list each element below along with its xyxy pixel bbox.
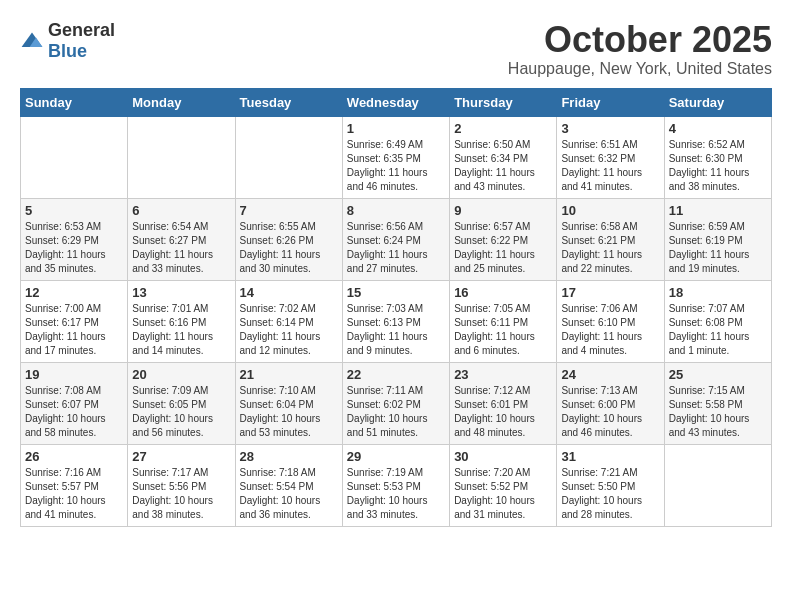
calendar-cell: 13Sunrise: 7:01 AM Sunset: 6:16 PM Dayli… — [128, 280, 235, 362]
day-info: Sunrise: 7:21 AM Sunset: 5:50 PM Dayligh… — [561, 466, 659, 522]
day-info: Sunrise: 6:57 AM Sunset: 6:22 PM Dayligh… — [454, 220, 552, 276]
day-number: 4 — [669, 121, 767, 136]
calendar-cell: 26Sunrise: 7:16 AM Sunset: 5:57 PM Dayli… — [21, 444, 128, 526]
day-number: 10 — [561, 203, 659, 218]
weekday-header-tuesday: Tuesday — [235, 88, 342, 116]
day-info: Sunrise: 6:51 AM Sunset: 6:32 PM Dayligh… — [561, 138, 659, 194]
calendar-cell: 7Sunrise: 6:55 AM Sunset: 6:26 PM Daylig… — [235, 198, 342, 280]
day-number: 28 — [240, 449, 338, 464]
calendar-cell: 23Sunrise: 7:12 AM Sunset: 6:01 PM Dayli… — [450, 362, 557, 444]
day-info: Sunrise: 7:13 AM Sunset: 6:00 PM Dayligh… — [561, 384, 659, 440]
day-info: Sunrise: 7:17 AM Sunset: 5:56 PM Dayligh… — [132, 466, 230, 522]
calendar-cell — [21, 116, 128, 198]
day-info: Sunrise: 7:15 AM Sunset: 5:58 PM Dayligh… — [669, 384, 767, 440]
day-info: Sunrise: 7:01 AM Sunset: 6:16 PM Dayligh… — [132, 302, 230, 358]
day-number: 30 — [454, 449, 552, 464]
calendar-cell: 27Sunrise: 7:17 AM Sunset: 5:56 PM Dayli… — [128, 444, 235, 526]
calendar-cell: 31Sunrise: 7:21 AM Sunset: 5:50 PM Dayli… — [557, 444, 664, 526]
day-info: Sunrise: 6:55 AM Sunset: 6:26 PM Dayligh… — [240, 220, 338, 276]
day-number: 7 — [240, 203, 338, 218]
calendar-cell: 15Sunrise: 7:03 AM Sunset: 6:13 PM Dayli… — [342, 280, 449, 362]
title-block: October 2025 Hauppauge, New York, United… — [508, 20, 772, 78]
day-number: 5 — [25, 203, 123, 218]
page-header: General Blue October 2025 Hauppauge, New… — [20, 20, 772, 78]
calendar-week-row: 1Sunrise: 6:49 AM Sunset: 6:35 PM Daylig… — [21, 116, 772, 198]
calendar-cell: 6Sunrise: 6:54 AM Sunset: 6:27 PM Daylig… — [128, 198, 235, 280]
calendar-cell: 10Sunrise: 6:58 AM Sunset: 6:21 PM Dayli… — [557, 198, 664, 280]
day-info: Sunrise: 6:54 AM Sunset: 6:27 PM Dayligh… — [132, 220, 230, 276]
calendar-week-row: 5Sunrise: 6:53 AM Sunset: 6:29 PM Daylig… — [21, 198, 772, 280]
day-info: Sunrise: 6:49 AM Sunset: 6:35 PM Dayligh… — [347, 138, 445, 194]
day-info: Sunrise: 6:59 AM Sunset: 6:19 PM Dayligh… — [669, 220, 767, 276]
day-number: 23 — [454, 367, 552, 382]
day-info: Sunrise: 7:08 AM Sunset: 6:07 PM Dayligh… — [25, 384, 123, 440]
logo-icon — [20, 31, 44, 51]
day-info: Sunrise: 7:09 AM Sunset: 6:05 PM Dayligh… — [132, 384, 230, 440]
day-info: Sunrise: 7:06 AM Sunset: 6:10 PM Dayligh… — [561, 302, 659, 358]
weekday-header-monday: Monday — [128, 88, 235, 116]
day-number: 19 — [25, 367, 123, 382]
calendar-cell: 25Sunrise: 7:15 AM Sunset: 5:58 PM Dayli… — [664, 362, 771, 444]
weekday-header-thursday: Thursday — [450, 88, 557, 116]
day-number: 3 — [561, 121, 659, 136]
calendar-week-row: 26Sunrise: 7:16 AM Sunset: 5:57 PM Dayli… — [21, 444, 772, 526]
calendar-cell: 2Sunrise: 6:50 AM Sunset: 6:34 PM Daylig… — [450, 116, 557, 198]
day-info: Sunrise: 6:52 AM Sunset: 6:30 PM Dayligh… — [669, 138, 767, 194]
calendar-cell — [235, 116, 342, 198]
calendar-cell — [128, 116, 235, 198]
day-number: 22 — [347, 367, 445, 382]
day-number: 1 — [347, 121, 445, 136]
day-number: 29 — [347, 449, 445, 464]
weekday-header-saturday: Saturday — [664, 88, 771, 116]
day-info: Sunrise: 7:02 AM Sunset: 6:14 PM Dayligh… — [240, 302, 338, 358]
calendar-cell: 3Sunrise: 6:51 AM Sunset: 6:32 PM Daylig… — [557, 116, 664, 198]
day-number: 11 — [669, 203, 767, 218]
day-info: Sunrise: 7:11 AM Sunset: 6:02 PM Dayligh… — [347, 384, 445, 440]
day-number: 9 — [454, 203, 552, 218]
calendar-cell: 28Sunrise: 7:18 AM Sunset: 5:54 PM Dayli… — [235, 444, 342, 526]
calendar-subtitle: Hauppauge, New York, United States — [508, 60, 772, 78]
calendar-cell: 11Sunrise: 6:59 AM Sunset: 6:19 PM Dayli… — [664, 198, 771, 280]
day-number: 12 — [25, 285, 123, 300]
day-info: Sunrise: 7:10 AM Sunset: 6:04 PM Dayligh… — [240, 384, 338, 440]
day-number: 25 — [669, 367, 767, 382]
day-number: 17 — [561, 285, 659, 300]
logo-general: General — [48, 20, 115, 40]
day-info: Sunrise: 6:58 AM Sunset: 6:21 PM Dayligh… — [561, 220, 659, 276]
calendar-cell: 5Sunrise: 6:53 AM Sunset: 6:29 PM Daylig… — [21, 198, 128, 280]
calendar-cell: 1Sunrise: 6:49 AM Sunset: 6:35 PM Daylig… — [342, 116, 449, 198]
logo-text: General Blue — [48, 20, 115, 62]
logo: General Blue — [20, 20, 115, 62]
calendar-cell: 14Sunrise: 7:02 AM Sunset: 6:14 PM Dayli… — [235, 280, 342, 362]
day-number: 14 — [240, 285, 338, 300]
weekday-header-row: SundayMondayTuesdayWednesdayThursdayFrid… — [21, 88, 772, 116]
day-info: Sunrise: 7:07 AM Sunset: 6:08 PM Dayligh… — [669, 302, 767, 358]
day-info: Sunrise: 7:12 AM Sunset: 6:01 PM Dayligh… — [454, 384, 552, 440]
calendar-title: October 2025 — [508, 20, 772, 60]
day-info: Sunrise: 7:00 AM Sunset: 6:17 PM Dayligh… — [25, 302, 123, 358]
weekday-header-wednesday: Wednesday — [342, 88, 449, 116]
calendar-week-row: 19Sunrise: 7:08 AM Sunset: 6:07 PM Dayli… — [21, 362, 772, 444]
calendar-cell: 17Sunrise: 7:06 AM Sunset: 6:10 PM Dayli… — [557, 280, 664, 362]
day-info: Sunrise: 7:03 AM Sunset: 6:13 PM Dayligh… — [347, 302, 445, 358]
day-info: Sunrise: 7:20 AM Sunset: 5:52 PM Dayligh… — [454, 466, 552, 522]
day-info: Sunrise: 7:18 AM Sunset: 5:54 PM Dayligh… — [240, 466, 338, 522]
day-number: 16 — [454, 285, 552, 300]
calendar-cell: 30Sunrise: 7:20 AM Sunset: 5:52 PM Dayli… — [450, 444, 557, 526]
calendar-cell: 19Sunrise: 7:08 AM Sunset: 6:07 PM Dayli… — [21, 362, 128, 444]
day-number: 27 — [132, 449, 230, 464]
calendar-cell: 21Sunrise: 7:10 AM Sunset: 6:04 PM Dayli… — [235, 362, 342, 444]
day-info: Sunrise: 6:53 AM Sunset: 6:29 PM Dayligh… — [25, 220, 123, 276]
calendar-cell — [664, 444, 771, 526]
day-info: Sunrise: 7:19 AM Sunset: 5:53 PM Dayligh… — [347, 466, 445, 522]
calendar-cell: 22Sunrise: 7:11 AM Sunset: 6:02 PM Dayli… — [342, 362, 449, 444]
calendar-cell: 18Sunrise: 7:07 AM Sunset: 6:08 PM Dayli… — [664, 280, 771, 362]
day-info: Sunrise: 7:16 AM Sunset: 5:57 PM Dayligh… — [25, 466, 123, 522]
day-number: 21 — [240, 367, 338, 382]
day-number: 31 — [561, 449, 659, 464]
calendar-cell: 8Sunrise: 6:56 AM Sunset: 6:24 PM Daylig… — [342, 198, 449, 280]
calendar-cell: 29Sunrise: 7:19 AM Sunset: 5:53 PM Dayli… — [342, 444, 449, 526]
day-number: 18 — [669, 285, 767, 300]
calendar-table: SundayMondayTuesdayWednesdayThursdayFrid… — [20, 88, 772, 527]
day-number: 26 — [25, 449, 123, 464]
